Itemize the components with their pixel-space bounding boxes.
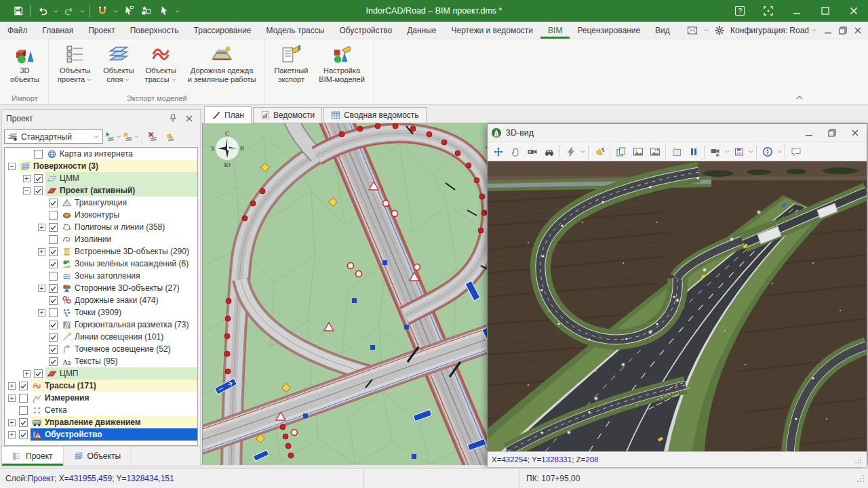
visibility-checkbox[interactable]: [49, 260, 58, 268]
tree-item[interactable]: Изоконтуры: [5, 209, 197, 221]
snap-button[interactable]: [94, 3, 111, 19]
viewer3d-close-button[interactable]: [844, 124, 867, 142]
expand-toggle[interactable]: +: [8, 419, 16, 426]
move-mode-button[interactable]: [490, 144, 507, 160]
tree-item[interactable]: +Полигоны и линии (358): [5, 221, 197, 233]
tree-item[interactable]: Карта из интернета: [5, 148, 197, 160]
visibility-checkbox[interactable]: [49, 272, 58, 281]
configuration-selector[interactable]: Конфигурация: Road: [729, 26, 818, 35]
mail-button[interactable]: [685, 22, 700, 39]
viewer3d-minimize-button[interactable]: [797, 124, 821, 142]
tree-item[interactable]: +Встроенные 3D-объекты (290): [5, 245, 197, 258]
menu-tab-чертежи-и-ведомости[interactable]: Чертежи и ведомости: [444, 22, 541, 39]
tree-item[interactable]: −Поверхности (3): [5, 160, 197, 172]
expand-toggle[interactable]: +: [23, 175, 31, 182]
visibility-checkbox[interactable]: [49, 296, 58, 305]
visibility-checkbox[interactable]: [49, 199, 58, 207]
menu-tab-поверхность[interactable]: Поверхность: [123, 22, 186, 39]
document-close-button[interactable]: [850, 22, 865, 39]
resize-grip-icon[interactable]: [854, 472, 868, 485]
tab-summary[interactable]: Сводная ведомость: [323, 107, 426, 123]
document-minimize-button[interactable]: [821, 22, 835, 39]
route-objects-button[interactable]: Объектытрассы: [140, 41, 182, 84]
expand-toggle[interactable]: +: [38, 285, 45, 292]
batch-export-button[interactable]: Пакетныйэкспорт: [269, 41, 313, 84]
tab-plan[interactable]: План: [204, 106, 252, 123]
edit-preset-button[interactable]: [162, 129, 180, 144]
tree-item[interactable]: +LИзмерения: [5, 392, 197, 404]
tree-item[interactable]: Триангуляция: [5, 197, 197, 209]
visibility-checkbox[interactable]: [49, 333, 58, 342]
apply-preset-button[interactable]: [104, 129, 122, 144]
undo-button-dropdown[interactable]: [52, 3, 60, 19]
comment-button[interactable]: [787, 144, 804, 160]
tree-item[interactable]: Линии освещения (101): [5, 331, 197, 343]
focus-mode-button[interactable]: [754, 0, 783, 22]
pin-panel-button[interactable]: [166, 112, 180, 125]
undo-button[interactable]: [34, 3, 51, 19]
tree-item[interactable]: Изолинии: [5, 233, 197, 245]
menu-tab-файл[interactable]: Файл: [0, 22, 35, 39]
menu-tab-вид[interactable]: Вид: [648, 22, 677, 39]
pan-mode-button[interactable]: [507, 144, 524, 160]
orientation-button[interactable]: [759, 144, 776, 160]
tree-item[interactable]: Дорожные знаки (474): [5, 294, 197, 306]
close-panel-button[interactable]: [182, 112, 196, 125]
redo-button[interactable]: [60, 3, 77, 19]
tree-item[interactable]: Сетка: [5, 404, 197, 416]
camera-mode-button[interactable]: [524, 144, 540, 160]
ribbon-collapse-button[interactable]: [793, 93, 806, 102]
visibility-checkbox[interactable]: [19, 394, 28, 403]
menu-tab-трассирование[interactable]: Трассирование: [186, 22, 259, 39]
save-view-button-dropdown[interactable]: [747, 144, 754, 160]
expand-toggle[interactable]: +: [38, 224, 45, 231]
tree-item[interactable]: Зоны затопления: [5, 270, 197, 282]
select-tool-button-dropdown[interactable]: [173, 3, 181, 19]
tree-item[interactable]: +ЦМП: [5, 367, 197, 380]
tree-item[interactable]: +Трассы (171): [5, 380, 197, 392]
effects-button[interactable]: [562, 144, 579, 160]
expand-toggle[interactable]: +: [38, 309, 45, 317]
tree-item[interactable]: −Проект (активный): [5, 184, 197, 197]
save-view-button[interactable]: [730, 144, 747, 160]
visibility-checkbox[interactable]: [34, 369, 43, 378]
visibility-checkbox[interactable]: [19, 406, 28, 415]
tree-item[interactable]: Точечное освещение (52): [5, 343, 197, 355]
resize-grip-icon[interactable]: [853, 455, 863, 464]
menu-tab-главная[interactable]: Главная: [35, 22, 81, 39]
screenshot-button[interactable]: [629, 144, 646, 160]
viewer3d-maximize-button[interactable]: [821, 124, 844, 142]
visibility-checkbox[interactable]: [19, 430, 28, 439]
tree-item[interactable]: +Сторонние 3D-объекты (27): [5, 282, 197, 294]
3d-objects-button[interactable]: 3Dобъекты: [5, 41, 45, 84]
menu-tab-рецензирование[interactable]: Рецензирование: [570, 22, 648, 39]
visibility-checkbox[interactable]: [49, 321, 58, 329]
tree-item[interactable]: Горизонтальная разметка (73): [5, 319, 197, 331]
visibility-checkbox[interactable]: [49, 284, 58, 293]
expand-toggle[interactable]: +: [8, 382, 16, 390]
expand-toggle[interactable]: +: [38, 248, 45, 256]
menu-tab-bim[interactable]: BIM: [540, 22, 570, 39]
viewer-3d-canvas[interactable]: [488, 161, 867, 451]
minimize-button[interactable]: [783, 0, 811, 22]
panel-tab-objects[interactable]: Объекты: [64, 447, 132, 466]
menu-tab-проект[interactable]: Проект: [81, 22, 123, 39]
tab-reports[interactable]: Ведомости: [253, 107, 322, 123]
maximize-button[interactable]: [811, 0, 840, 22]
tree-item[interactable]: Зоны зелёных насаждений (6): [5, 258, 197, 270]
expand-toggle[interactable]: +: [23, 370, 31, 378]
delete-preset-button[interactable]: [144, 129, 162, 144]
copy-view-button[interactable]: [612, 144, 629, 160]
tree-item[interactable]: +Управление движением: [5, 416, 197, 428]
document-restore-button[interactable]: [835, 22, 850, 39]
drive-mode-button[interactable]: [540, 144, 557, 160]
help-button[interactable]: ?: [726, 0, 754, 22]
new-view-button[interactable]: [668, 144, 685, 160]
new-preset-button[interactable]: [122, 129, 140, 144]
select-query-button[interactable]: [120, 3, 137, 19]
visibility-checkbox[interactable]: [49, 235, 58, 244]
visibility-checkbox[interactable]: [49, 247, 58, 256]
tree-item[interactable]: +Обустройство: [5, 428, 197, 441]
mail-dropdown[interactable]: [702, 22, 710, 39]
pause-button[interactable]: [685, 144, 702, 160]
